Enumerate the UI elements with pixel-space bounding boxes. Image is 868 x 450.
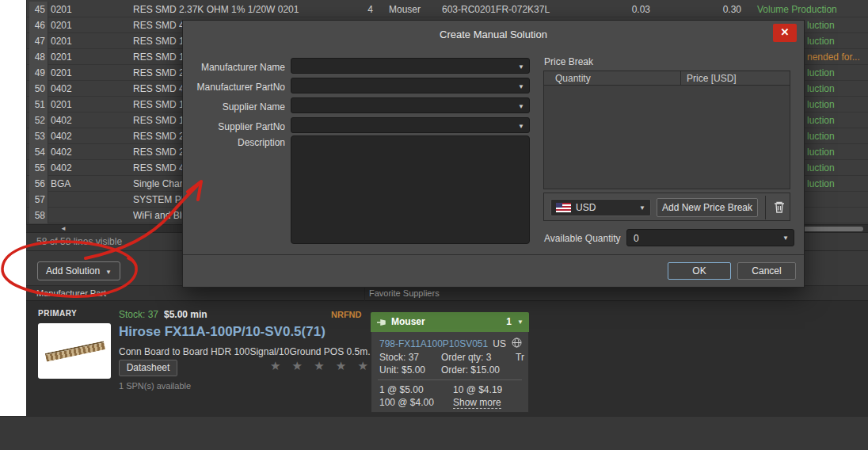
add-new-price-break-button[interactable]: Add New Price Break	[657, 198, 758, 217]
part-detail-panel: PRIMARY Stock: 37 $5.00 min NRFND Hirose…	[26, 301, 868, 416]
available-quantity-label: Available Quantity	[544, 233, 621, 244]
row-quantity: 4	[356, 4, 373, 15]
row-description: RES SMD 4.7	[133, 20, 184, 31]
supplier-partnumber-link[interactable]: 798-FX11A100P10SV051	[379, 338, 488, 349]
supplier-name-combo[interactable]: ▼	[291, 97, 530, 113]
quantity-column-header: Quantity	[555, 73, 591, 84]
supplier-name-label: Supplier Name	[183, 101, 285, 113]
column-divider	[680, 71, 681, 86]
row-footprint: 0402	[51, 147, 72, 158]
manufacturer-name-combo[interactable]: ▼	[291, 58, 530, 74]
bom-row-45[interactable]: 450201RES SMD 2.37K OHM 1% 1/20W 02014Mo…	[27, 2, 868, 17]
row-ext-price: 0.30	[695, 4, 741, 15]
manufacturer-part-header: Manufacturer Part	[36, 288, 106, 298]
row-description: RES SMD 240	[133, 147, 184, 158]
price-break-2: 10 @ $4.19	[453, 384, 502, 395]
row-status: Volume Production	[757, 4, 837, 15]
row-status: luction	[807, 36, 835, 47]
delete-price-break-button[interactable]	[770, 198, 789, 217]
available-quantity-select[interactable]: 0 ▼	[626, 229, 794, 246]
card-divider	[378, 379, 522, 380]
row-number: 56	[29, 176, 48, 192]
row-number: 47	[29, 33, 48, 49]
part-image[interactable]	[38, 323, 111, 379]
supplier-name: Mouser	[391, 316, 425, 327]
row-description: WiFi and Blu	[133, 210, 184, 221]
card-order-total: Order: $15.00	[441, 364, 500, 376]
price-break-3: 100 @ $4.00	[379, 397, 434, 408]
row-supplier: Mouser	[389, 4, 421, 15]
part-description: Conn Board to Board HDR 100Signal/10Grou…	[119, 346, 375, 357]
chevron-down-icon: ▼	[518, 63, 524, 71]
row-number: 53	[29, 128, 48, 144]
row-number: 46	[29, 17, 48, 33]
close-button[interactable]: ✕	[773, 24, 797, 42]
spn-available-text: 1 SPN(s) available	[119, 381, 191, 391]
rating-stars[interactable]: ★ ★ ★ ★ ★	[270, 359, 372, 373]
row-status: luction	[807, 178, 835, 189]
row-description: RES SMD 150	[133, 115, 184, 126]
price-break-footer: USD ▼ Add New Price Break	[543, 193, 790, 221]
row-number: 55	[29, 160, 48, 176]
price-break-1: 1 @ $5.00	[379, 384, 424, 395]
card-order-qty: Order qty: 3	[441, 352, 491, 363]
description-textarea[interactable]	[291, 135, 530, 244]
row-description: RES SMD 499	[133, 162, 184, 174]
currency-value: USD	[576, 202, 596, 213]
row-footprint: 0201	[51, 36, 72, 47]
card-unit-price: Unit: $5.00	[379, 364, 425, 376]
row-footprint: 0402	[51, 115, 72, 126]
supplier-card-header[interactable]: Mouser 1 ▼	[371, 312, 529, 332]
price-break-table-header: Quantity Price [USD]	[544, 71, 790, 86]
scroll-left-arrow-icon[interactable]: ◄	[60, 225, 67, 233]
row-description: RES SMD 10K	[133, 36, 184, 47]
row-status: luction	[807, 20, 835, 31]
card-trace-text: Tr	[516, 352, 524, 363]
supplier-card-body: 798-FX11A100P10SV051 US Stock: 37 Order …	[371, 332, 529, 413]
row-description: RES SMD 22	[133, 67, 184, 78]
lines-visible-text: 58 of 58 lines visible	[36, 236, 122, 247]
row-status: luction	[807, 162, 835, 174]
row-footprint: 0201	[51, 99, 72, 110]
row-status: luction	[807, 99, 835, 110]
chevron-down-icon[interactable]: ▼	[517, 318, 523, 326]
show-more-link[interactable]: Show more	[453, 397, 501, 409]
ok-button[interactable]: OK	[668, 262, 731, 280]
row-description: RES SMD 200	[133, 131, 184, 142]
footer-divider	[765, 196, 766, 219]
dialog-title: Create Manual Solution	[183, 29, 804, 40]
row-status: luction	[807, 83, 835, 94]
trash-icon	[773, 200, 786, 214]
manufacturer-partno-combo[interactable]: ▼	[291, 78, 530, 93]
row-number: 48	[29, 49, 48, 65]
nrfnd-badge: NRFND	[331, 310, 362, 319]
row-description: RES SMD 100	[133, 99, 184, 110]
card-stock-text: Stock: 37	[379, 352, 419, 363]
row-number: 51	[29, 97, 48, 113]
currency-select[interactable]: USD ▼	[550, 199, 651, 216]
row-footprint: 0201	[51, 20, 72, 31]
pin-icon	[376, 317, 387, 328]
row-unit-price: 0.03	[601, 4, 650, 15]
add-solution-button[interactable]: Add Solution▼	[37, 261, 120, 280]
row-status: luction	[807, 131, 835, 142]
part-min-price: $5.00 min	[164, 309, 207, 320]
row-number: 54	[29, 144, 48, 160]
section-headers-row: Manufacturer Part Favorite Suppliers	[26, 285, 868, 301]
supplier-partno-combo[interactable]: ▼	[291, 117, 530, 133]
globe-icon[interactable]	[512, 338, 522, 348]
part-title-link[interactable]: Hirose FX11A-100P/10-SV0.5(71)	[119, 324, 326, 340]
row-footprint: 0402	[51, 131, 72, 142]
chevron-down-icon: ▼	[518, 103, 524, 110]
header-divider	[364, 286, 365, 302]
row-description: RES SMD 49.9	[133, 83, 184, 94]
bottom-empty-band	[0, 416, 868, 450]
row-number: 58	[29, 208, 48, 223]
chevron-down-icon: ▼	[639, 204, 645, 212]
row-number: 50	[29, 81, 48, 97]
price-break-table: Quantity Price [USD]	[543, 71, 790, 189]
dialog-footer-divider	[183, 254, 804, 255]
cancel-button[interactable]: Cancel	[737, 262, 796, 280]
datasheet-button[interactable]: Datasheet	[119, 360, 177, 376]
connector-photo	[45, 341, 106, 362]
